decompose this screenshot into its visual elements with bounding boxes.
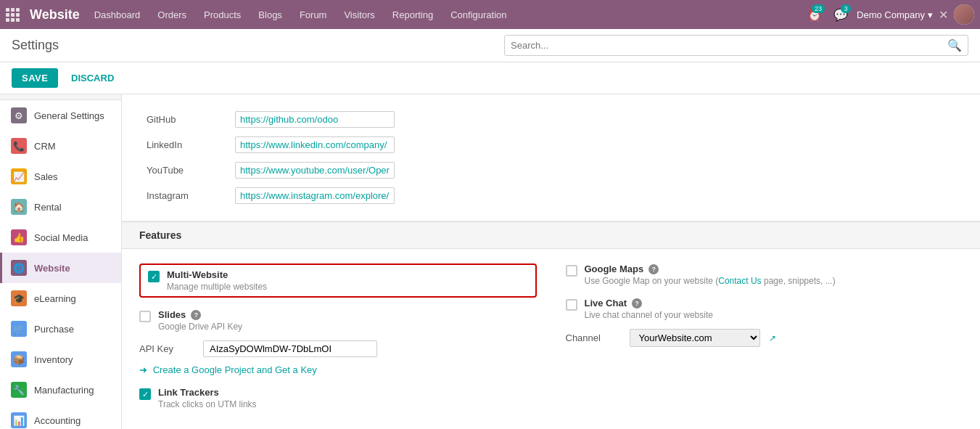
purchase-icon: 🛒: [11, 321, 27, 337]
sidebar-label-rental: Rental: [34, 202, 62, 213]
manufacturing-icon: 🔧: [11, 382, 27, 398]
link-trackers-desc: Track clicks on UTM links: [158, 399, 257, 409]
live-chat-title: Live Chat: [585, 298, 627, 309]
action-bar: SAVE DISCARD: [0, 62, 980, 94]
accounting-icon: 📊: [11, 412, 27, 428]
features-grid: Multi-Website Manage multiple websites S…: [139, 263, 963, 409]
google-maps-checkbox[interactable]: [566, 265, 577, 277]
slides-info-icon[interactable]: ?: [191, 310, 201, 320]
search-input[interactable]: [505, 37, 942, 54]
sidebar-item-social[interactable]: 👍 Social Media: [0, 222, 121, 253]
website-icon: 🌐: [11, 260, 27, 276]
multi-website-checkbox[interactable]: [148, 271, 160, 282]
nav-orders[interactable]: Orders: [150, 7, 194, 23]
github-row: GitHub: [141, 107, 961, 131]
sidebar-label-website: Website: [34, 263, 70, 274]
instagram-input[interactable]: [235, 187, 395, 204]
live-chat-info-icon[interactable]: ?: [632, 298, 642, 309]
sidebar-label-social: Social Media: [34, 232, 88, 243]
google-maps-info: Google Maps ? Use Google Map on your web…: [585, 263, 836, 286]
avatar[interactable]: [954, 4, 974, 25]
multi-website-info: Multi-Website Manage multiple websites: [167, 269, 267, 292]
main-layout: ⚙ General Settings 📞 CRM 📈 Sales 🏠 Renta…: [0, 94, 980, 429]
google-maps-info-icon[interactable]: ?: [648, 264, 659, 274]
nav-visitors[interactable]: Visitors: [337, 7, 382, 23]
nav-right: ⏰ 23 💬 3 Demo Company ▾ ✕: [804, 4, 974, 25]
search-button[interactable]: 🔍: [942, 36, 968, 55]
google-maps-feature: Google Maps ? Use Google Map on your web…: [566, 263, 963, 286]
multi-website-desc: Manage multiple websites: [167, 282, 267, 292]
channel-select[interactable]: YourWebsite.com: [630, 329, 760, 347]
rental-icon: 🏠: [11, 199, 27, 215]
features-right-column: Google Maps ? Use Google Map on your web…: [566, 263, 963, 409]
header-bar: Settings 🔍: [0, 29, 980, 62]
chevron-down-icon: ▾: [928, 9, 933, 20]
multi-website-feature: Multi-Website Manage multiple websites: [139, 263, 537, 298]
nav-configuration[interactable]: Configuration: [443, 7, 514, 23]
live-chat-checkbox[interactable]: [566, 299, 577, 311]
social-icon: 👍: [11, 229, 27, 245]
linkedin-label: LinkedIn: [141, 133, 228, 157]
features-title: Features: [139, 229, 181, 241]
slides-row: Slides ? Google Drive API Key: [139, 309, 537, 332]
external-link-icon[interactable]: ↗: [769, 333, 776, 343]
sidebar-item-purchase[interactable]: 🛒 Purchase: [0, 314, 121, 344]
app-brand[interactable]: Website: [6, 7, 80, 23]
live-chat-desc: Live chat channel of your website: [585, 310, 713, 320]
company-selector[interactable]: Demo Company ▾: [857, 9, 933, 20]
social-links-section: GitHub LinkedIn YouTube Instagram: [122, 94, 980, 221]
sidebar-label-accounting: Accounting: [34, 415, 81, 426]
sidebar-item-rental[interactable]: 🏠 Rental: [0, 192, 121, 222]
linkedin-input[interactable]: [235, 136, 395, 153]
page-title: Settings: [12, 38, 59, 53]
sidebar-item-accounting[interactable]: 📊 Accounting: [0, 405, 121, 429]
live-chat-feature: Live Chat ? Live chat channel of your we…: [566, 298, 963, 320]
youtube-row: YouTube: [141, 158, 961, 182]
nav-blogs[interactable]: Blogs: [251, 7, 289, 23]
api-key-label: API Key: [139, 343, 197, 354]
github-input[interactable]: [235, 111, 395, 128]
sidebar-label-sales: Sales: [34, 171, 58, 182]
youtube-input[interactable]: [235, 162, 395, 179]
save-button[interactable]: SAVE: [12, 68, 58, 88]
link-trackers-checkbox[interactable]: [139, 388, 151, 400]
linkedin-row: LinkedIn: [141, 133, 961, 157]
sidebar-item-general[interactable]: ⚙ General Settings: [0, 100, 121, 131]
sidebar-item-sales[interactable]: 📈 Sales: [0, 161, 121, 192]
features-content: Multi-Website Manage multiple websites S…: [122, 249, 980, 424]
message-count: 3: [841, 4, 851, 13]
api-key-input[interactable]: [203, 340, 377, 357]
close-icon[interactable]: ✕: [939, 8, 948, 22]
nav-menu: Dashboard Orders Products Blogs Forum Vi…: [87, 7, 804, 23]
messages-badge[interactable]: 💬 3: [831, 4, 851, 25]
activity-badge[interactable]: ⏰ 23: [804, 4, 825, 25]
nav-reporting[interactable]: Reporting: [385, 7, 440, 23]
features-left-column: Multi-Website Manage multiple websites S…: [139, 263, 537, 409]
sidebar-item-inventory[interactable]: 📦 Inventory: [0, 344, 121, 375]
company-label: Demo Company: [857, 9, 925, 20]
nav-dashboard[interactable]: Dashboard: [87, 7, 148, 23]
sidebar-label-manufacturing: Manufacturing: [34, 385, 94, 396]
nav-products[interactable]: Products: [197, 7, 248, 23]
discard-button[interactable]: DISCARD: [61, 68, 124, 88]
brand-label: Website: [30, 7, 80, 23]
arrow-icon: ➜: [139, 364, 147, 375]
github-label: GitHub: [141, 107, 228, 131]
sidebar-item-elearning[interactable]: 🎓 eLearning: [0, 283, 121, 314]
sidebar-item-crm[interactable]: 📞 CRM: [0, 131, 121, 161]
social-links-table: GitHub LinkedIn YouTube Instagram: [139, 106, 963, 209]
google-maps-desc: Use Google Map on your website (Contact …: [585, 276, 836, 286]
slides-feature: Slides ? Google Drive API Key: [139, 309, 537, 332]
sidebar-label-inventory: Inventory: [34, 354, 73, 365]
slides-checkbox[interactable]: [139, 311, 151, 322]
sidebar-item-manufacturing[interactable]: 🔧 Manufacturing: [0, 375, 121, 405]
grid-icon[interactable]: [6, 8, 20, 22]
sidebar-item-website[interactable]: 🌐 Website: [0, 253, 121, 283]
sidebar-label-purchase: Purchase: [34, 324, 74, 335]
search-box: 🔍: [504, 35, 968, 56]
contact-us-link[interactable]: Contact Us: [718, 276, 761, 286]
live-chat-info: Live Chat ? Live chat channel of your we…: [585, 298, 713, 320]
create-project-link[interactable]: Create a Google Project and Get a Key: [153, 364, 317, 375]
scroll-hint: [0, 94, 121, 100]
nav-forum[interactable]: Forum: [292, 7, 334, 23]
